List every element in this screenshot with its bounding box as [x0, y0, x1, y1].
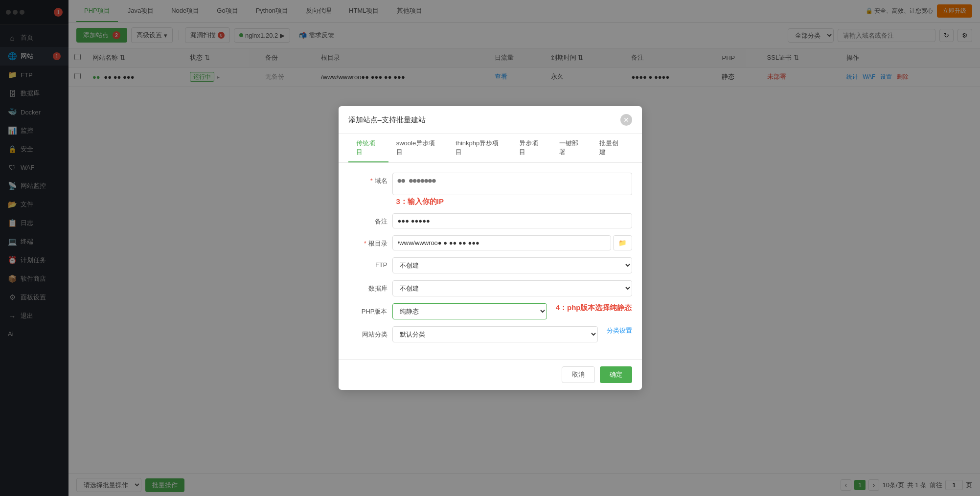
modal-tab-onekey[interactable]: 一键部署 — [551, 134, 592, 162]
form-row-root: 根目录 📁 — [348, 235, 632, 250]
cancel-button[interactable]: 取消 — [562, 366, 595, 383]
modal-title: 添加站点–支持批量建站 — [348, 115, 426, 125]
modal-close-button[interactable]: ✕ — [620, 114, 632, 126]
root-label: 根目录 — [348, 235, 387, 248]
domain-textarea[interactable] — [392, 173, 632, 195]
classify-select-modal[interactable]: 默认分类 — [392, 326, 598, 342]
form-row-classify: 网站分类 默认分类 分类设置 — [348, 326, 632, 342]
confirm-button[interactable]: 确定 — [600, 366, 632, 383]
modal-header: 添加站点–支持批量建站 ✕ — [339, 106, 642, 134]
modal-body: 域名 3：输入你的IP 备注 根目录 📁 FTP — [339, 163, 642, 359]
database-select[interactable]: 不创建 — [392, 280, 632, 296]
php-select[interactable]: 纯静态 — [392, 303, 547, 319]
modal-tab-swoole[interactable]: swoole异步项目 — [388, 134, 448, 162]
php-label: PHP版本 — [348, 303, 387, 316]
modal-tab-thinkphp[interactable]: thinkphp异步项目 — [448, 134, 511, 162]
form-row-database: 数据库 不创建 — [348, 280, 632, 296]
form-row-ftp: FTP 不创建 — [348, 257, 632, 273]
form-row-note: 备注 — [348, 213, 632, 228]
domain-annotation: 3：输入你的IP — [396, 197, 632, 206]
modal-tab-async[interactable]: 异步项目 — [511, 134, 551, 162]
modal-footer: 取消 确定 — [339, 359, 642, 390]
form-row-domain: 域名 3：输入你的IP — [348, 173, 632, 206]
add-site-modal: 添加站点–支持批量建站 ✕ 传统项目 swoole异步项目 thinkphp异步… — [339, 106, 642, 390]
modal-tab-traditional[interactable]: 传统项目 — [348, 134, 388, 162]
note-label: 备注 — [348, 213, 387, 226]
database-label: 数据库 — [348, 280, 387, 293]
php-annotation: 4：php版本选择纯静态 — [556, 303, 632, 313]
root-input-group: 📁 — [392, 235, 632, 250]
classify-label: 网站分类 — [348, 326, 387, 339]
domain-label: 域名 — [348, 173, 387, 185]
folder-browse-button[interactable]: 📁 — [613, 235, 632, 250]
note-input[interactable] — [392, 213, 632, 228]
classify-link[interactable]: 分类设置 — [607, 326, 632, 335]
ftp-select[interactable]: 不创建 — [392, 257, 632, 273]
modal-overlay: 添加站点–支持批量建站 ✕ 传统项目 swoole异步项目 thinkphp异步… — [0, 0, 980, 496]
root-input[interactable] — [392, 235, 611, 250]
ftp-label: FTP — [348, 257, 387, 269]
modal-tab-batch[interactable]: 批量创建 — [592, 134, 632, 162]
modal-tabs: 传统项目 swoole异步项目 thinkphp异步项目 异步项目 一键部署 批… — [339, 134, 642, 163]
form-row-php: PHP版本 纯静态 4：php版本选择纯静态 — [348, 303, 632, 319]
